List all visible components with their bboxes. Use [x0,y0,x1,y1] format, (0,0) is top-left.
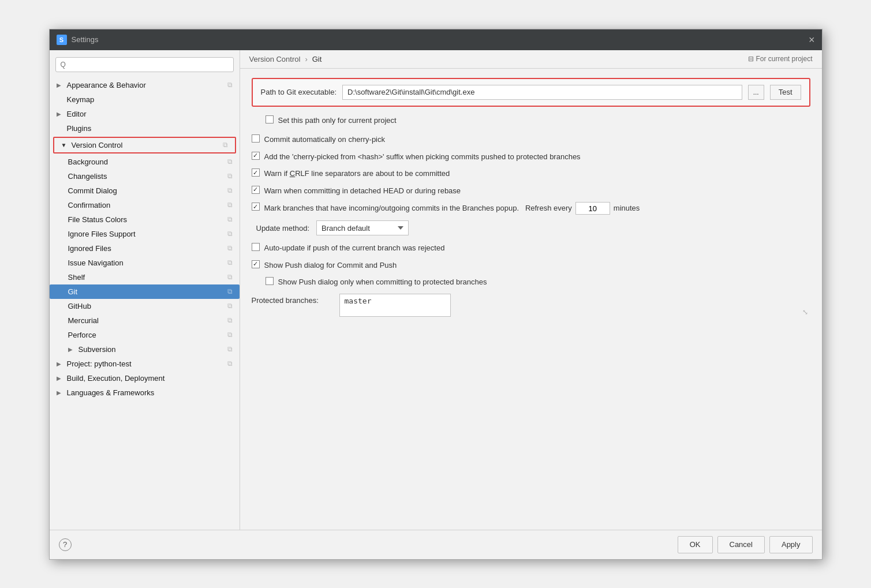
git-path-input[interactable] [342,85,742,100]
checkbox-warn-detached-head[interactable] [252,186,260,194]
sidebar-item-ignorefilessupport[interactable]: Ignore Files Support ⧉ [50,227,240,241]
breadcrumb-project-link[interactable]: ⊟ For current project [748,55,812,63]
checkbox-mark-branches[interactable] [252,203,260,211]
sidebar-item-git[interactable]: Git ⧉ [50,284,240,299]
refresh-label: Refresh every [525,203,572,214]
sidebar-item-shelf[interactable]: Shelf ⧉ [50,270,240,284]
update-method-row: Update method: Branch default Merge Reba… [252,220,810,235]
sidebar-item-changelists[interactable]: Changelists ⧉ [50,169,240,183]
sidebar-item-versioncontrol[interactable]: ▼ Version Control ⧉ [54,138,235,152]
checkbox-add-cherry-suffix[interactable] [252,152,260,160]
sidebar-item-editor[interactable]: ▶ Editor [50,107,240,121]
expand-arrow-languages: ▶ [57,389,63,396]
browse-button[interactable]: ... [748,85,764,100]
copy-icon-git: ⧉ [227,287,233,295]
sidebar-item-perforce[interactable]: Perforce ⧉ [50,328,240,342]
close-button[interactable]: × [809,35,815,45]
sidebar-item-commitdialog[interactable]: Commit Dialog ⧉ [50,183,240,198]
sidebar-item-project[interactable]: ▶ Project: python-test ⧉ [50,357,240,371]
copy-icon-confirmation: ⧉ [227,201,233,209]
expand-arrow-versioncontrol: ▼ [61,142,68,148]
checkbox-show-push-dialog[interactable] [252,260,260,268]
option-label-show-push-dialog-protected: Show Push dialog only when committing to… [278,276,487,288]
search-input[interactable] [55,57,234,72]
sidebar-label-subversion: Subversion [78,345,116,354]
sidebar-item-confirmation[interactable]: Confirmation ⧉ [50,198,240,212]
option-warn-detached-head: Warn when committing in detached HEAD or… [252,185,810,197]
apply-button[interactable]: Apply [769,536,813,553]
title-bar: S Settings × [50,29,822,50]
expand-arrow-project: ▶ [57,361,63,367]
option-add-cherry-suffix: Add the 'cherry-picked from <hash>' suff… [252,151,810,163]
sidebar-label-ignoredfiles: Ignored Files [68,244,111,253]
option-label-add-cherry-suffix: Add the 'cherry-picked from <hash>' suff… [264,151,581,163]
sidebar: ▶ Appearance & Behavior ⧉ ▶ Keymap ▶ Edi… [50,50,240,530]
protected-branches-textarea[interactable]: master [339,294,451,317]
sidebar-label-commitdialog: Commit Dialog [68,186,117,195]
sidebar-label-build: Build, Execution, Deployment [67,374,165,383]
copy-icon-ignorefilessupport: ⧉ [227,230,233,238]
sidebar-item-plugins[interactable]: ▶ Plugins [50,121,240,136]
sidebar-item-subversion[interactable]: ▶ Subversion ⧉ [50,342,240,357]
checkbox-warn-crlf[interactable] [252,168,260,177]
content-area: Path to Git executable: ... Test Set thi… [240,69,822,530]
option-label-show-push-dialog: Show Push dialog for Commit and Push [264,260,397,271]
copy-icon-ignoredfiles: ⧉ [227,244,233,252]
refresh-minutes-input[interactable] [575,202,610,215]
dialog-title: Settings [72,35,99,44]
sidebar-label-changelists: Changelists [68,172,107,181]
dialog-footer: ? OK Cancel Apply [50,530,822,559]
sidebar-item-filestatuscolors[interactable]: File Status Colors ⧉ [50,212,240,227]
search-box [50,54,240,76]
sidebar-item-keymap[interactable]: ▶ Keymap [50,92,240,107]
sidebar-item-github[interactable]: GitHub ⧉ [50,299,240,313]
main-content: Version Control › Git ⊟ For current proj… [240,50,822,530]
option-commit-auto-cherrypick: Commit automatically on cherry-pick [252,134,810,145]
help-button[interactable]: ? [59,538,72,551]
path-label: Path to Git executable: [261,88,337,96]
sidebar-label-keymap: Keymap [67,95,95,104]
minutes-label: minutes [614,203,640,214]
sidebar-label-plugins: Plugins [67,124,92,133]
settings-dialog: S Settings × ▶ Appearance & Behavior ⧉ ▶… [49,29,823,560]
sidebar-item-issuenavigation[interactable]: Issue Navigation ⧉ [50,256,240,270]
option-label-commit-auto-cherrypick: Commit automatically on cherry-pick [264,134,386,145]
update-method-label: Update method: [256,224,310,233]
checkbox-show-push-dialog-protected[interactable] [266,277,274,285]
option-label-warn-detached-head: Warn when committing in detached HEAD or… [264,185,461,197]
copy-icon-perforce: ⧉ [227,331,233,339]
copy-icon-issuenavigation: ⧉ [227,259,233,267]
checkbox-commit-auto-cherrypick[interactable] [252,134,260,143]
breadcrumb-current: Git [312,55,322,63]
copy-icon-filestatuscolors: ⧉ [227,215,233,223]
sidebar-item-languages[interactable]: ▶ Languages & Frameworks [50,385,240,400]
sidebar-label-github: GitHub [68,302,91,310]
protected-branches-row: Protected branches: master ⤡ [252,294,810,319]
git-path-section: Path to Git executable: ... Test [252,78,810,107]
sidebar-label-filestatuscolors: File Status Colors [68,215,128,224]
sidebar-item-background[interactable]: Background ⧉ [50,155,240,169]
update-method-select[interactable]: Branch default Merge Rebase [316,220,409,235]
breadcrumb-parent: Version Control [249,55,301,63]
title-bar-left: S Settings [57,35,99,45]
checkbox-set-path-current[interactable] [266,115,274,123]
sidebar-label-ignorefilessupport: Ignore Files Support [68,230,136,238]
copy-icon-subversion: ⧉ [227,345,233,353]
sidebar-item-mercurial[interactable]: Mercurial ⧉ [50,313,240,328]
option-show-push-dialog-protected: Show Push dialog only when committing to… [266,276,810,288]
option-label-warn-crlf: Warn if CRLF line separators are about t… [264,168,450,179]
sidebar-item-appearance[interactable]: ▶ Appearance & Behavior ⧉ [50,78,240,92]
test-button[interactable]: Test [770,85,801,100]
option-label-mark-branches: Mark branches that have incoming/outgoin… [264,202,640,215]
ok-button[interactable]: OK [678,536,713,553]
expand-arrow-editor: ▶ [57,111,63,117]
dialog-body: ▶ Appearance & Behavior ⧉ ▶ Keymap ▶ Edi… [50,50,822,530]
cancel-button[interactable]: Cancel [717,536,765,553]
sidebar-label-confirmation: Confirmation [68,201,111,209]
version-control-border: ▼ Version Control ⧉ [53,137,236,153]
sidebar-item-ignoredfiles[interactable]: Ignored Files ⧉ [50,241,240,256]
option-label-set-path-current: Set this path only for current project [278,115,397,126]
sidebar-item-build[interactable]: ▶ Build, Execution, Deployment [50,371,240,385]
checkbox-auto-update-push[interactable] [252,243,260,251]
expand-protected-icon[interactable]: ⤡ [802,308,808,316]
